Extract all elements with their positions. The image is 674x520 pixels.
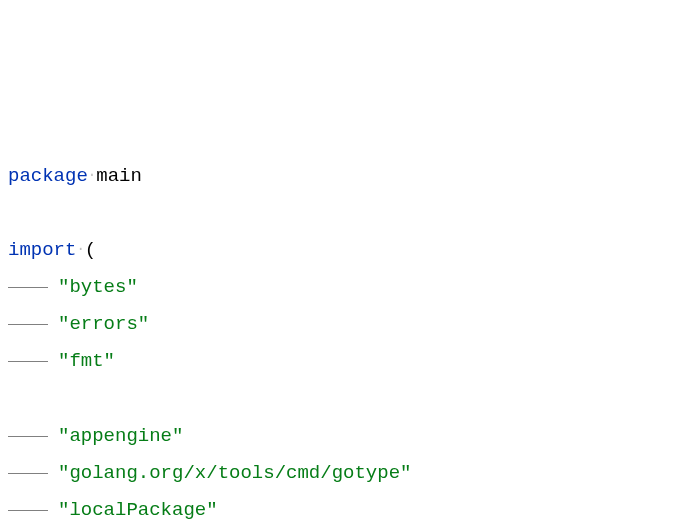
import-string: "localPackage" (58, 499, 218, 520)
identifier-main: main (96, 165, 142, 187)
code-line-import: "localPackage" (8, 492, 666, 520)
keyword-package: package (8, 165, 88, 187)
code-line-import: "golang.org/x/tools/cmd/gotype" (8, 455, 666, 492)
code-line-import: "fmt" (8, 343, 666, 380)
whitespace-marker: · (76, 242, 84, 258)
import-string: "fmt" (58, 350, 115, 372)
code-line-import: "errors" (8, 306, 666, 343)
code-line-import-open: import·( (8, 232, 666, 269)
open-paren: ( (85, 239, 96, 261)
code-line-package: package·main (8, 158, 666, 195)
blank-line (8, 380, 666, 417)
code-line-import: "appengine" (8, 418, 666, 455)
import-string: "errors" (58, 313, 149, 335)
code-line-import: "bytes" (8, 269, 666, 306)
blank-line (8, 195, 666, 232)
keyword-import: import (8, 239, 76, 261)
whitespace-marker: · (88, 168, 96, 184)
import-string: "bytes" (58, 276, 138, 298)
import-string: "appengine" (58, 425, 183, 447)
code-editor: package·mainimport·("bytes""errors""fmt"… (8, 158, 666, 520)
import-string: "golang.org/x/tools/cmd/gotype" (58, 462, 411, 484)
